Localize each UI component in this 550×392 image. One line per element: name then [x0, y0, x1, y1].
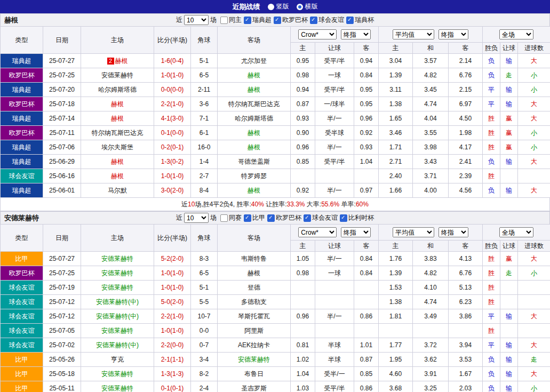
filter-checkbox[interactable]: 球会友谊 — [310, 15, 344, 25]
away-team-link[interactable]: 圣吉罗斯 — [218, 381, 291, 392]
away-team-link[interactable]: 阿里斯 — [218, 324, 291, 338]
result-outcome: 平 — [483, 83, 500, 97]
layout-radio-horizontal[interactable]: 横版 — [297, 2, 318, 11]
filter-checkbox[interactable]: 球会友谊 — [304, 213, 338, 222]
checkbox-label: 球会友谊 — [312, 213, 338, 222]
match-score-link[interactable]: 2-2(1-0) — [154, 309, 191, 324]
corner-score: 6-5 — [191, 68, 218, 83]
home-team-link[interactable]: 埃尔夫斯堡 — [81, 140, 154, 155]
filter-checkbox[interactable]: 瑞典超 — [244, 15, 272, 25]
match-score-link[interactable]: 1-0(1-0) — [154, 281, 191, 295]
away-team-link[interactable]: 赫根 — [218, 140, 291, 155]
home-team-link[interactable]: 特尔纳瓦斯巴达克 — [81, 126, 154, 140]
match-score-link[interactable]: 0-0(0-0) — [154, 83, 191, 97]
match-score-link[interactable]: 1-6(0-4) — [154, 54, 191, 68]
match-score-link[interactable]: 1-0(1-0) — [154, 169, 191, 183]
home-team-link[interactable]: 亨克 — [81, 353, 154, 367]
away-team-link[interactable]: 安德莱赫特 — [218, 353, 291, 367]
average-select[interactable]: 平均值 — [393, 227, 434, 237]
avg-draw: 3.62 — [413, 353, 449, 367]
home-team-link[interactable]: 安德莱赫特 — [81, 266, 154, 281]
odds-final-select[interactable]: 终指 — [341, 227, 371, 237]
filter-checkbox[interactable]: 欧罗巴杯 — [267, 213, 301, 222]
match-score-link[interactable]: 2-1(1-1) — [154, 353, 191, 367]
result-goals: 大 — [518, 252, 550, 266]
match-score-link[interactable]: 1-0(1-0) — [154, 324, 191, 338]
home-team-link[interactable]: 赫根 — [81, 169, 154, 183]
home-team-link[interactable]: 2赫根 — [81, 54, 154, 68]
home-team-link[interactable]: 安德莱赫特 — [81, 367, 154, 381]
away-team-link[interactable]: 特罗姆瑟 — [218, 169, 291, 183]
home-team-link[interactable]: 赫根 — [81, 155, 154, 169]
odds-final-select[interactable]: 终指 — [341, 29, 371, 39]
result-outcome: 胜 — [483, 266, 500, 281]
avg-home: 1.95 — [379, 353, 413, 367]
away-team-link[interactable]: 赫根 — [218, 183, 291, 198]
match-score-link[interactable]: 0-2(0-1) — [154, 140, 191, 155]
home-team-link[interactable]: 马尔默 — [81, 183, 154, 198]
away-team-link[interactable]: 登德 — [218, 281, 291, 295]
result-handicap: 输 — [500, 83, 518, 97]
home-team-link[interactable]: 安德莱赫特(中) — [81, 295, 154, 309]
odds-source-select[interactable]: Crow* — [298, 227, 337, 237]
filter-checkbox[interactable]: 同赛 — [220, 213, 242, 222]
match-score-link[interactable]: 1-3(1-3) — [154, 367, 191, 381]
fulltime-select[interactable]: 全场 — [499, 29, 533, 39]
match-score-link[interactable]: 2-2(0-0) — [154, 338, 191, 353]
filter-checkbox[interactable]: 同主 — [220, 15, 242, 25]
match-score-link[interactable]: 5-2(2-0) — [154, 252, 191, 266]
result-goals: 大 — [518, 183, 550, 198]
home-team-link[interactable]: 赫根 — [81, 97, 154, 111]
match-score-link[interactable]: 5-0(2-0) — [154, 295, 191, 309]
away-team-link[interactable]: 赫根 — [218, 126, 291, 140]
home-team-link[interactable]: 安德莱赫特 — [81, 68, 154, 83]
match-row: 比甲25-07-27安德莱赫特5-2(2-0)8-3韦斯特鲁1.05半/一0.8… — [1, 252, 550, 266]
avg-away: 4.13 — [449, 252, 483, 266]
average-final-select[interactable]: 终指 — [439, 227, 468, 237]
match-score-link[interactable]: 0-1(0-0) — [154, 126, 191, 140]
layout-radio-vertical[interactable]: 竖版 — [268, 2, 289, 11]
away-team-link[interactable]: 哈尔姆斯塔德 — [218, 111, 291, 126]
match-score-link[interactable]: 3-0(2-0) — [154, 183, 191, 198]
home-team-link[interactable]: 安德莱赫特 — [81, 324, 154, 338]
home-team-link[interactable]: 赫根 — [81, 111, 154, 126]
away-team-link[interactable]: 特尔纳瓦斯巴达克 — [218, 97, 291, 111]
average-final-select[interactable]: 终指 — [439, 29, 468, 39]
team-text: 尤尔加登 — [241, 57, 267, 65]
match-score-link[interactable]: 0-1(0-1) — [154, 381, 191, 392]
col-odds-away: 客 — [354, 241, 379, 252]
away-team-link[interactable]: 赫根 — [218, 266, 291, 281]
filter-checkbox[interactable]: 比甲 — [244, 213, 265, 222]
away-team-link[interactable]: AEK拉纳卡 — [218, 338, 291, 353]
match-score-link[interactable]: 1-0(1-0) — [154, 266, 191, 281]
fulltime-select[interactable]: 全场 — [499, 227, 533, 237]
filter-checkbox[interactable]: 瑞典杯 — [346, 15, 374, 25]
away-team-link[interactable]: 尤尔加登 — [218, 54, 291, 68]
average-select[interactable]: 平均值 — [393, 29, 434, 39]
match-score-link[interactable]: 1-3(0-2) — [154, 155, 191, 169]
away-team-link[interactable]: 多德勒支 — [218, 295, 291, 309]
team-text: 特尔纳瓦斯巴达克 — [228, 100, 280, 108]
filter-checkbox[interactable]: 比利时杯 — [340, 213, 374, 222]
match-score-link[interactable]: 2-2(1-0) — [154, 97, 191, 111]
match-count-select[interactable]: 10 — [184, 15, 209, 25]
away-team-link[interactable]: 赫根 — [218, 68, 291, 83]
home-team-link[interactable]: 安德莱赫特 — [81, 381, 154, 392]
away-team-link[interactable]: 布鲁日 — [218, 367, 291, 381]
result-goals: 小 — [518, 266, 550, 281]
odds-source-select[interactable]: Crow* — [298, 29, 337, 39]
home-team-link[interactable]: 安德莱赫特(中) — [81, 309, 154, 324]
away-team-link[interactable]: 哥德堡盖斯 — [218, 155, 291, 169]
home-team-link[interactable]: 安德莱赫特 — [81, 281, 154, 295]
away-team-link[interactable]: 赫根 — [218, 83, 291, 97]
home-team-link[interactable]: 安德莱赫特 — [81, 252, 154, 266]
match-count-select[interactable]: 10 — [184, 213, 209, 223]
filter-checkbox[interactable]: 欧罗巴杯 — [274, 15, 308, 25]
match-score-link[interactable]: 4-1(3-0) — [154, 111, 191, 126]
away-team-link[interactable]: 韦斯特鲁 — [218, 252, 291, 266]
home-team-link[interactable]: 哈尔姆斯塔德 — [81, 83, 154, 97]
home-team-link[interactable]: 安德莱赫特(中) — [81, 338, 154, 353]
match-score-link[interactable]: 1-0(1-0) — [154, 68, 191, 83]
handicap-line: 半/一 — [315, 252, 354, 266]
away-team-link[interactable]: 琴斯托霍瓦 — [218, 309, 291, 324]
